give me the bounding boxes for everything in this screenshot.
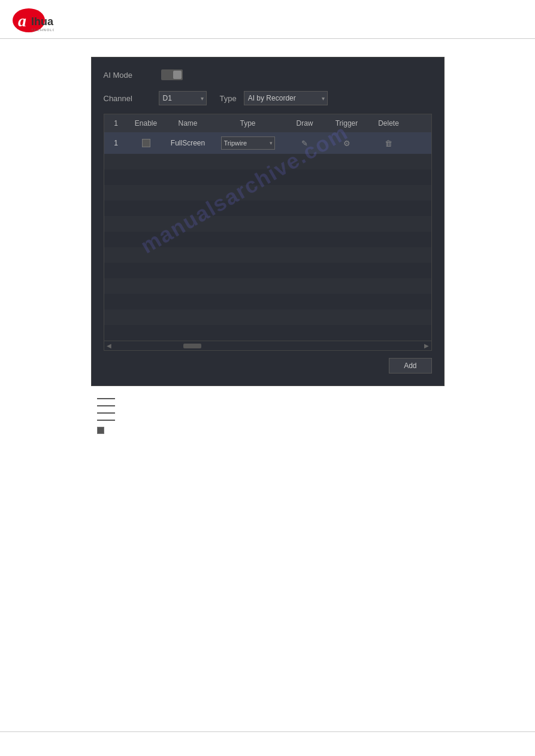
scroll-bar[interactable]: ◀ ▶ xyxy=(104,341,431,350)
svg-text:a: a xyxy=(18,11,26,30)
type-select-wrapper: AI by Recorder xyxy=(244,91,328,105)
ai-config-dialog: AI Mode Channel D1 Type AI by Recorder xyxy=(91,57,445,386)
enable-checkbox[interactable] xyxy=(142,139,150,147)
empty-row xyxy=(104,185,431,201)
logo: a lhua TECHNOLOGY xyxy=(12,7,54,34)
note-line-2 xyxy=(97,405,115,406)
add-button[interactable]: Add xyxy=(389,358,431,374)
scroll-right-icon[interactable]: ▶ xyxy=(424,342,429,349)
type-select[interactable]: AI by Recorder xyxy=(244,91,328,105)
main-content: manualsarchive.com AI Mode Channel D1 Ty… xyxy=(0,39,535,452)
row-type[interactable]: Tripwire xyxy=(212,135,284,151)
col-header-num: 1 xyxy=(104,118,128,129)
notes-area xyxy=(91,398,445,434)
footer-line xyxy=(0,731,535,732)
dialog-container: manualsarchive.com AI Mode Channel D1 Ty… xyxy=(91,57,445,434)
empty-row xyxy=(104,294,431,309)
empty-row xyxy=(104,278,431,294)
empty-row xyxy=(104,169,431,185)
empty-row xyxy=(104,325,431,341)
empty-rows xyxy=(104,154,431,341)
note-line-4 xyxy=(97,420,115,421)
channel-select-wrapper: D1 xyxy=(159,91,207,105)
channel-row: Channel D1 Type AI by Recorder xyxy=(104,91,432,105)
row-name: FullScreen xyxy=(164,138,212,148)
empty-row xyxy=(104,216,431,232)
scroll-left-icon[interactable]: ◀ xyxy=(107,342,111,349)
row-draw[interactable]: ✎ xyxy=(284,138,326,149)
trigger-icon[interactable]: ⚙ xyxy=(343,139,350,148)
channel-label: Channel xyxy=(104,94,152,103)
channel-select[interactable]: D1 xyxy=(159,91,207,105)
empty-row xyxy=(104,201,431,216)
row-enable[interactable] xyxy=(128,138,164,148)
empty-row xyxy=(104,263,431,278)
note-line-1 xyxy=(97,398,115,399)
empty-row xyxy=(104,154,431,169)
svg-text:lhua: lhua xyxy=(31,16,54,28)
empty-row xyxy=(104,247,431,263)
logo-svg: a lhua TECHNOLOGY xyxy=(12,7,54,34)
note-line-3 xyxy=(97,412,115,414)
col-header-enable: Enable xyxy=(128,118,164,129)
scroll-thumb[interactable] xyxy=(183,344,201,348)
col-header-trigger: Trigger xyxy=(326,118,368,129)
note-checkbox[interactable] xyxy=(97,427,104,434)
empty-row xyxy=(104,232,431,247)
col-header-type: Type xyxy=(212,118,284,129)
col-header-draw: Draw xyxy=(284,118,326,129)
toggle-thumb xyxy=(173,71,182,79)
ai-mode-row: AI Mode xyxy=(104,69,432,80)
col-header-name: Name xyxy=(164,118,212,129)
empty-row xyxy=(104,309,431,325)
ai-mode-toggle[interactable] xyxy=(161,69,183,80)
table-header: 1 Enable Name Type Draw Trigger Delete xyxy=(104,114,431,132)
row-type-select-wrapper: Tripwire xyxy=(221,136,275,150)
page-header: a lhua TECHNOLOGY xyxy=(0,0,535,39)
row-num: 1 xyxy=(104,138,128,148)
col-header-delete: Delete xyxy=(368,118,410,129)
draw-icon[interactable]: ✎ xyxy=(301,139,308,148)
row-type-select[interactable]: Tripwire xyxy=(221,136,275,150)
ai-mode-label: AI Mode xyxy=(104,71,152,80)
add-button-row: Add xyxy=(104,358,432,374)
table-row: 1 FullScreen Tripwire xyxy=(104,132,431,154)
type-label: Type xyxy=(220,94,237,103)
row-delete[interactable]: 🗑 xyxy=(368,138,410,149)
delete-icon[interactable]: 🗑 xyxy=(385,139,392,148)
row-trigger[interactable]: ⚙ xyxy=(326,138,368,149)
svg-text:TECHNOLOGY: TECHNOLOGY xyxy=(31,28,54,32)
config-table: 1 Enable Name Type Draw Trigger Delete 1 xyxy=(104,114,432,351)
